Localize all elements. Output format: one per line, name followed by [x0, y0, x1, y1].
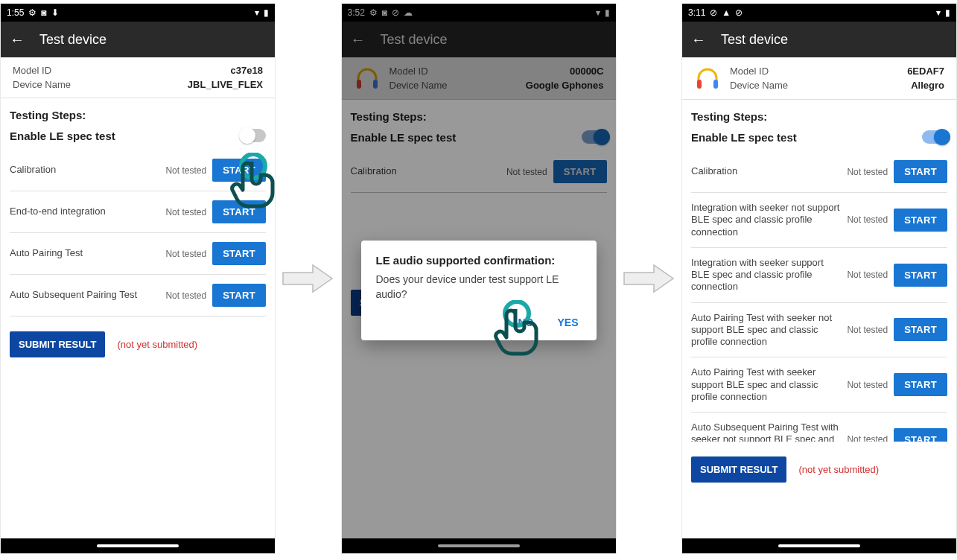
enable-le-toggle[interactable] [922, 130, 947, 144]
submit-result-button[interactable]: SUBMIT RESULT [10, 331, 105, 357]
flow-arrow-icon [282, 264, 334, 293]
step-row: Auto Subsequent Pairing Test Not tested … [10, 275, 266, 316]
step-name: Integration with seeker not support BLE … [691, 202, 841, 238]
model-id-value: 6EDAF7 [907, 66, 944, 77]
app-bar: ← Test device [1, 22, 275, 57]
device-name-value: JBL_LIVE_FLEX [188, 79, 263, 90]
record-icon: ◙ [41, 7, 46, 18]
step-row: Auto Pairing Test Not tested START [10, 233, 266, 275]
step-status: Not tested [847, 214, 888, 225]
model-id-label: Model ID [730, 66, 901, 77]
headphones-icon [694, 65, 721, 92]
testing-steps-heading: Testing Steps: [1, 98, 275, 126]
step-name: Auto Pairing Test with seeker not suppor… [691, 312, 841, 349]
back-icon[interactable]: ← [691, 32, 706, 47]
dialog-no-button[interactable]: NO [515, 312, 536, 333]
flow-arrow-icon [623, 264, 675, 293]
step-status: Not tested [165, 249, 206, 259]
warning-icon: ▲ [722, 7, 731, 18]
status-bar: 3:11 ⊘ ▲ ⊘ ▾ ▮ [682, 4, 956, 22]
submit-result-button[interactable]: SUBMIT RESULT [691, 456, 786, 483]
phone-screen-1: 1:55 ⚙ ◙ ⬇ ▾ ▮ ← Test device Model ID c3… [0, 3, 276, 554]
download-icon: ⬇ [51, 7, 59, 18]
start-button[interactable]: START [212, 200, 266, 223]
step-name: Auto Subsequent Pairing Test [10, 289, 159, 301]
appbar-title: Test device [721, 32, 788, 48]
step-row: Integration with seeker not support BLE … [691, 193, 947, 248]
navigation-bar [682, 538, 956, 553]
step-row: Auto Subsequent Pairing Test with seeker… [691, 413, 947, 442]
step-row: Integration with seeker support BLE spec… [691, 248, 947, 303]
start-button[interactable]: START [894, 160, 947, 183]
battery-icon: ▮ [264, 7, 269, 18]
appbar-title: Test device [39, 32, 106, 48]
start-button[interactable]: START [894, 373, 947, 396]
model-id-label: Model ID [13, 65, 182, 76]
step-row: End-to-end integration Not tested START [10, 191, 266, 233]
start-button[interactable]: START [212, 242, 266, 265]
enable-le-label: Enable LE spec test [691, 131, 797, 144]
start-button[interactable]: START [894, 428, 947, 442]
testing-steps-heading: Testing Steps: [682, 100, 956, 127]
le-audio-confirmation-dialog: LE audio supported confirmation: Does yo… [361, 241, 597, 340]
step-status: Not tested [847, 325, 888, 335]
dialog-body: Does your device under test support LE a… [376, 273, 582, 302]
status-time: 3:11 [688, 7, 705, 18]
start-button[interactable]: START [894, 318, 947, 341]
submit-status: (not yet submitted) [117, 339, 197, 350]
device-name-label: Device Name [13, 79, 182, 90]
app-bar: ← Test device [682, 22, 956, 57]
step-name: Auto Pairing Test [10, 247, 159, 259]
phone-screen-2: 3:52 ⚙ ◙ ⊘ ☁ ▾ ▮ ← Test device Model ID … [341, 3, 617, 554]
step-row: Auto Pairing Test with seeker support BL… [691, 357, 947, 413]
dialog-yes-button[interactable]: YES [554, 312, 581, 333]
step-row: Calibration Not tested START [691, 151, 947, 193]
status-bar: 1:55 ⚙ ◙ ⬇ ▾ ▮ [1, 4, 275, 22]
device-name-value: Allegro [907, 80, 944, 91]
step-status: Not tested [847, 380, 888, 390]
step-name: Auto Pairing Test with seeker support BL… [691, 366, 841, 403]
step-status: Not tested [847, 434, 888, 442]
dnd-icon: ⊘ [710, 7, 717, 18]
start-button[interactable]: START [894, 264, 947, 287]
dialog-title: LE audio supported confirmation: [376, 254, 582, 267]
step-status: Not tested [165, 207, 206, 217]
enable-le-toggle[interactable] [241, 129, 266, 142]
step-name: Calibration [691, 165, 841, 177]
submit-status: (not yet submitted) [798, 464, 879, 475]
step-name: Auto Subsequent Pairing Test with seeker… [691, 421, 841, 442]
model-id-value: c37e18 [188, 65, 263, 76]
device-card: Model ID 6EDAF7 Device Name Allegro [682, 57, 956, 100]
start-button[interactable]: START [894, 209, 947, 232]
step-name: Integration with seeker support BLE spec… [691, 257, 841, 293]
step-row: Auto Pairing Test with seeker not suppor… [691, 303, 947, 358]
dnd-icon: ⊘ [735, 7, 743, 18]
step-name: End-to-end integration [10, 206, 159, 217]
gear-icon: ⚙ [28, 7, 36, 18]
wifi-icon: ▾ [936, 7, 941, 18]
step-status: Not tested [847, 167, 888, 177]
back-icon[interactable]: ← [10, 32, 25, 47]
step-row: Calibration Not tested START [10, 150, 266, 191]
start-button[interactable]: START [212, 159, 266, 182]
status-time: 1:55 [7, 7, 24, 18]
svg-rect-4 [697, 80, 702, 89]
enable-le-label: Enable LE spec test [10, 130, 115, 142]
step-name: Calibration [10, 164, 159, 176]
step-status: Not tested [165, 290, 206, 301]
battery-icon: ▮ [945, 7, 950, 18]
device-card: Model ID c37e18 Device Name JBL_LIVE_FLE… [1, 57, 275, 98]
svg-rect-5 [713, 80, 718, 89]
phone-screen-3: 3:11 ⊘ ▲ ⊘ ▾ ▮ ← Test device Model ID 6E… [681, 3, 957, 554]
wifi-icon: ▾ [255, 7, 259, 18]
step-status: Not tested [165, 165, 206, 176]
start-button[interactable]: START [212, 284, 266, 307]
device-name-label: Device Name [730, 80, 901, 91]
step-status: Not tested [847, 270, 888, 280]
navigation-bar [1, 538, 275, 553]
